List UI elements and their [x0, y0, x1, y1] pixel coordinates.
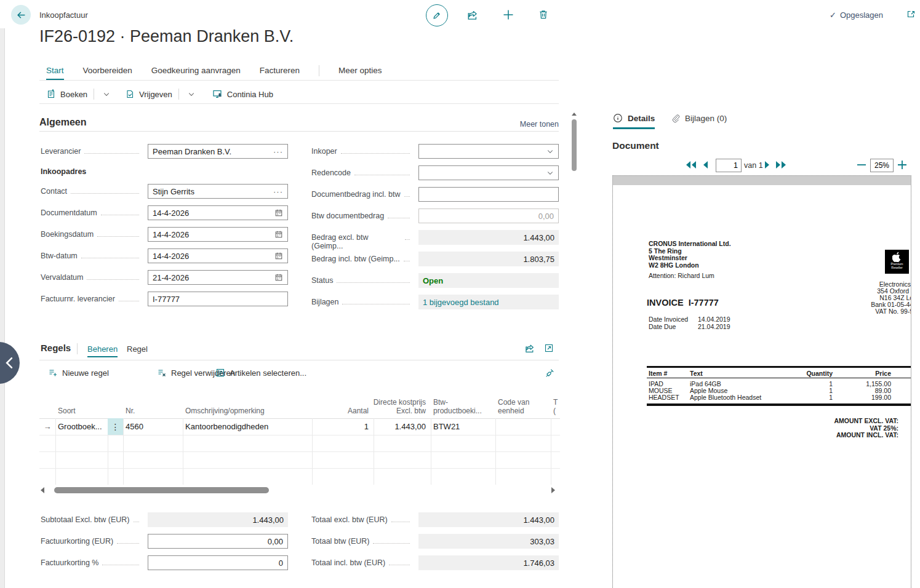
vertical-scroll-thumb[interactable]	[572, 119, 577, 171]
invoice-company-block: CRONUS International Ltd. 5 The Ring Wes…	[649, 240, 731, 269]
next-page-icon	[763, 160, 772, 170]
column-header-kostprijs[interactable]: Directe kostprijs Excl. btw	[364, 398, 426, 415]
horizontal-scrollbar[interactable]	[39, 486, 560, 495]
lines-tab-regel[interactable]: Regel	[127, 344, 148, 354]
pin-part-button[interactable]	[545, 368, 554, 378]
chevron-down-icon[interactable]	[546, 169, 554, 177]
first-page-button[interactable]	[685, 160, 697, 170]
action-divider	[94, 89, 94, 100]
boeken-dropdown[interactable]	[100, 90, 113, 98]
last-page-icon	[775, 160, 787, 170]
delete-button[interactable]	[538, 9, 549, 20]
lines-expand-button[interactable]	[544, 343, 554, 353]
cell-aantal[interactable]: 1	[307, 418, 369, 435]
cell-soort[interactable]: Grootboek...	[58, 418, 106, 435]
leverancier-field[interactable]: Peeman Dranken B.V.···	[148, 144, 288, 159]
lines-share-button[interactable]	[524, 343, 535, 354]
btw-datum-field[interactable]: 14-4-2026	[148, 248, 288, 263]
vertical-scrollbar[interactable]	[570, 109, 578, 588]
cell-btw-productboeking[interactable]: BTW21	[433, 418, 492, 435]
chevron-down-icon[interactable]	[546, 148, 554, 155]
totaal-incl-label: Totaal incl. btw (EUR)	[311, 558, 414, 568]
factuurkorting-pct-input[interactable]	[148, 555, 288, 570]
vrijgeven-button[interactable]: Vrijgeven	[125, 89, 172, 99]
share-button[interactable]	[466, 9, 478, 21]
page-number-input[interactable]	[716, 159, 742, 172]
invoice-table-bottom-border	[647, 403, 911, 406]
table-row-empty[interactable]	[39, 435, 560, 452]
scroll-left-arrow[interactable]	[41, 487, 44, 493]
calendar-icon[interactable]	[274, 252, 283, 260]
factuurnr-field[interactable]: I-77777	[148, 292, 288, 306]
horizontal-scroll-thumb[interactable]	[54, 487, 269, 493]
attachment-link[interactable]: 1 bijgevoegd bestand	[423, 298, 499, 307]
general-section-title: Algemeen	[39, 117, 86, 128]
contact-field[interactable]: Stijn Gerrits···	[148, 184, 288, 199]
column-header-cut[interactable]: T (	[553, 398, 558, 415]
select-items-button[interactable]: Artikelen selecteren...	[215, 368, 306, 378]
new-document-button[interactable]	[502, 9, 514, 21]
zoom-in-button[interactable]	[897, 159, 908, 170]
cell-omschrijving[interactable]: Kantoorbenodigdheden	[185, 418, 308, 435]
column-header-btw-productboeking[interactable]: Btw- productboeki...	[433, 398, 482, 415]
chevron-down-icon	[188, 90, 195, 98]
redencode-select[interactable]	[418, 165, 559, 180]
invoice-page: CRONUS International Ltd. 5 The Ring Wes…	[613, 185, 911, 588]
pencil-icon	[432, 10, 442, 20]
invoice-dates: Date Invoiced14.04.2019 Date Due21.04.20…	[649, 316, 730, 330]
last-page-button[interactable]	[775, 160, 787, 170]
column-header-aantal[interactable]: Aantal	[307, 407, 369, 415]
continia-hub-button[interactable]: Continia Hub	[212, 89, 273, 99]
new-line-button[interactable]: Nieuwe regel	[48, 368, 109, 378]
table-row-empty[interactable]	[39, 451, 560, 469]
calendar-icon[interactable]	[274, 230, 283, 239]
zoom-out-button[interactable]	[856, 161, 867, 169]
column-header-code-eenheid[interactable]: Code van eenheid	[498, 398, 529, 415]
scroll-right-arrow[interactable]	[551, 487, 555, 493]
zoom-level-input[interactable]	[870, 159, 894, 172]
document-viewer[interactable]: CRONUS International Ltd. 5 The Ring Wes…	[612, 175, 911, 588]
boeken-label: Boeken	[60, 90, 87, 99]
business-central-purchase-invoice-page: { "icons": { "check": "✓", "assist": "··…	[0, 0, 920, 588]
tab-voorbereiden[interactable]: Voorbereiden	[83, 66, 132, 80]
calendar-icon[interactable]	[274, 273, 283, 282]
row-menu-button[interactable]: ⋮	[108, 418, 123, 435]
lines-tab-beheren[interactable]: Beheren	[87, 344, 118, 357]
next-page-button[interactable]	[763, 160, 772, 170]
documentbedrag-field[interactable]	[418, 187, 559, 202]
factbox-tab-bijlagen[interactable]: Bijlagen (0)	[671, 113, 727, 123]
column-header-soort[interactable]: Soort	[58, 407, 76, 415]
new-line-label: Nieuwe regel	[62, 368, 109, 378]
edit-button[interactable]	[426, 4, 448, 26]
show-more-link[interactable]: Meer tonen	[497, 120, 559, 129]
table-row-empty[interactable]	[39, 468, 560, 485]
inkoper-select[interactable]	[418, 144, 559, 159]
boeken-button[interactable]: Boeken	[46, 89, 87, 99]
cell-kostprijs[interactable]: 1.443,00	[364, 418, 426, 435]
assist-edit-icon[interactable]: ···	[273, 147, 283, 156]
tab-start[interactable]: Start	[46, 66, 64, 80]
cell-nr[interactable]: 4560	[126, 418, 180, 435]
previous-page-button[interactable]	[701, 160, 710, 170]
assist-edit-icon[interactable]: ···	[273, 187, 283, 196]
tab-meer-opties[interactable]: Meer opties	[338, 66, 382, 80]
tab-goedkeuring-aanvragen[interactable]: Goedkeuring aanvragen	[151, 66, 241, 80]
factuurkorting-input[interactable]	[148, 534, 288, 549]
table-row[interactable]: → Grootboek... ⋮ 4560 Kantoorbenodigdhed…	[39, 418, 560, 435]
documentdatum-field[interactable]: 14-4-2026	[148, 205, 288, 220]
back-button[interactable]	[11, 5, 31, 25]
collapse-panel-button[interactable]	[0, 342, 20, 384]
vervaldatum-field[interactable]: 21-4-2026	[148, 270, 288, 285]
boekingsdatum-field[interactable]: 14-4-2026	[148, 227, 288, 242]
tab-factureren[interactable]: Factureren	[260, 66, 300, 80]
column-header-omschrijving[interactable]: Omschrijving/opmerking	[185, 407, 265, 415]
open-in-window-button[interactable]	[906, 9, 916, 19]
calendar-icon[interactable]	[274, 209, 283, 217]
minus-icon	[856, 161, 867, 169]
column-header-nr[interactable]: Nr.	[126, 407, 135, 415]
paperclip-icon	[671, 113, 680, 123]
chevron-left-icon	[5, 357, 14, 368]
factbox-tab-details[interactable]: Details	[613, 113, 655, 123]
vrijgeven-dropdown[interactable]	[185, 90, 198, 98]
scroll-up-arrow[interactable]	[572, 113, 577, 116]
